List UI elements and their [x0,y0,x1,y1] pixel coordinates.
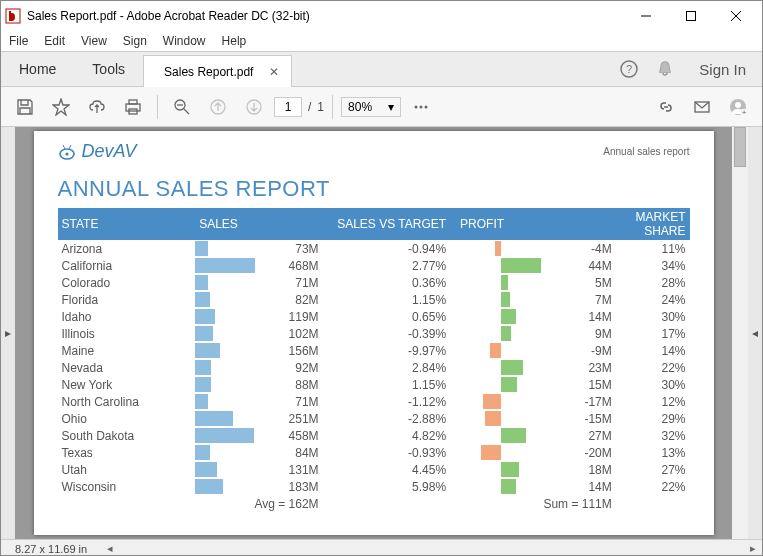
panel-right-toggle[interactable]: ◂ [748,127,762,539]
cell-svt: -0.39% [323,325,450,342]
cell-profit: -20M [552,444,616,461]
cell-svt: 2.77% [323,257,450,274]
cell-profit-bar [450,240,552,257]
sign-in-button[interactable]: Sign In [683,52,762,86]
save-icon[interactable] [9,91,41,123]
cell-profit-bar [450,359,552,376]
cell-ms: 12% [616,393,690,410]
svg-text:?: ? [626,63,632,75]
menu-sign[interactable]: Sign [123,34,147,48]
svg-point-17 [425,105,428,108]
cell-state: Utah [58,461,196,478]
more-tools-icon[interactable] [405,91,437,123]
tab-home[interactable]: Home [1,52,74,86]
close-button[interactable] [713,2,758,30]
cell-state: Texas [58,444,196,461]
cell-ms: 13% [616,444,690,461]
cell-state: South Dakota [58,427,196,444]
menu-view[interactable]: View [81,34,107,48]
window-title: Sales Report.pdf - Adobe Acrobat Reader … [27,9,623,23]
cell-sales: 251M [272,410,323,427]
cell-ms: 14% [616,342,690,359]
print-icon[interactable] [117,91,149,123]
email-icon[interactable] [686,91,718,123]
cell-sales-bar [195,359,271,376]
horizontal-scrollbar[interactable]: ◂ ▸ [101,542,762,555]
cell-sales-bar [195,444,271,461]
cell-sales: 468M [272,257,323,274]
vertical-scrollbar[interactable] [732,127,748,539]
tab-document-label: Sales Report.pdf [164,65,253,79]
tab-document[interactable]: Sales Report.pdf ✕ [143,55,292,87]
panel-left-toggle[interactable]: ▸ [1,127,15,539]
page-down-icon[interactable] [238,91,270,123]
share-link-icon[interactable] [650,91,682,123]
cell-svt: 4.82% [323,427,450,444]
status-bar: 8.27 x 11.69 in ◂ ▸ [1,539,762,556]
cell-state: Florida [58,291,196,308]
cell-state: California [58,257,196,274]
page-dimensions: 8.27 x 11.69 in [1,543,101,555]
pdf-page: DevAV Annual sales report ANNUAL SALES R… [34,131,714,535]
menu-edit[interactable]: Edit [44,34,65,48]
cell-profit-bar [450,325,552,342]
maximize-button[interactable] [668,2,713,30]
tab-close-icon[interactable]: ✕ [267,65,281,79]
menu-file[interactable]: File [9,34,28,48]
cell-ms: 28% [616,274,690,291]
star-icon[interactable] [45,91,77,123]
svg-rect-2 [686,12,695,21]
cell-profit-bar [450,427,552,444]
cell-state: Ohio [58,410,196,427]
cell-profit: 5M [552,274,616,291]
doc-subtitle: Annual sales report [603,146,689,157]
cell-sales: 92M [272,359,323,376]
cell-sales: 82M [272,291,323,308]
cell-profit: -9M [552,342,616,359]
svg-line-25 [63,145,65,149]
cell-svt: -0.93% [323,444,450,461]
menu-window[interactable]: Window [163,34,206,48]
svg-text:+: + [742,108,747,116]
menu-help[interactable]: Help [222,34,247,48]
zoom-value: 80% [348,100,372,114]
page-up-icon[interactable] [202,91,234,123]
zoom-dropdown[interactable]: 80% ▾ [341,97,401,117]
logo-text: DevAV [82,141,137,162]
th-profit: PROFIT [450,208,616,240]
cell-ms: 22% [616,478,690,495]
cell-sales-bar [195,257,271,274]
cloud-upload-icon[interactable] [81,91,113,123]
cell-sales: 88M [272,376,323,393]
cell-ms: 30% [616,376,690,393]
zoom-out-icon[interactable] [166,91,198,123]
cell-profit-bar [450,393,552,410]
cell-svt: 5.98% [323,478,450,495]
cell-sales: 102M [272,325,323,342]
cell-ms: 11% [616,240,690,257]
menu-bar: File Edit View Sign Window Help [1,31,762,51]
tab-tools[interactable]: Tools [74,52,143,86]
table-row: North Carolina71M-1.12%-17M12% [58,393,690,410]
table-row: Arizona73M-0.94%-4M11% [58,240,690,257]
cell-sales: 73M [272,240,323,257]
cell-ms: 34% [616,257,690,274]
cell-svt: -1.12% [323,393,450,410]
bell-icon[interactable] [647,52,683,86]
table-row: South Dakota458M4.82%27M32% [58,427,690,444]
profile-icon[interactable]: + [722,91,754,123]
cell-ms: 30% [616,308,690,325]
cell-svt: -0.94% [323,240,450,257]
page-current-input[interactable] [274,97,302,117]
hscroll-left-icon[interactable]: ◂ [103,542,117,555]
svg-line-26 [69,145,71,149]
scrollbar-thumb[interactable] [734,127,746,167]
cell-ms: 29% [616,410,690,427]
cell-profit-bar [450,257,552,274]
cell-sales-bar [195,325,271,342]
cell-state: Arizona [58,240,196,257]
table-row: Nevada92M2.84%23M22% [58,359,690,376]
help-icon[interactable]: ? [611,52,647,86]
hscroll-right-icon[interactable]: ▸ [746,542,760,555]
minimize-button[interactable] [623,2,668,30]
